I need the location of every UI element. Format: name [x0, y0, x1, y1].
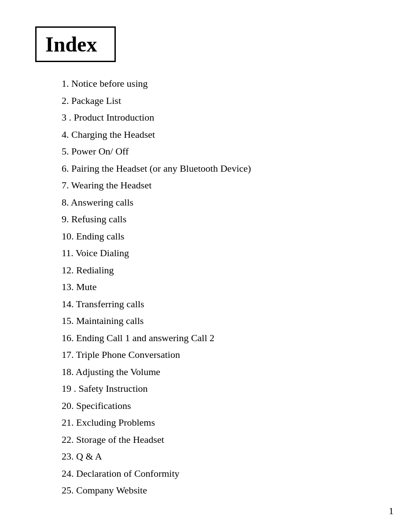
- page-number: 1: [389, 505, 394, 517]
- list-item: 5. Power On/ Off: [62, 143, 385, 160]
- list-item: 21. Excluding Problems: [62, 414, 385, 431]
- list-item: 24. Declaration of Conformity: [62, 465, 385, 482]
- list-item: 1. Notice before using: [62, 75, 385, 92]
- list-item: 10. Ending calls: [62, 228, 385, 245]
- index-list: 1. Notice before using2. Package List3 .…: [62, 75, 385, 499]
- list-item: 14. Transferring calls: [62, 296, 385, 313]
- title-box: Index: [35, 26, 116, 62]
- list-item: 7. Wearing the Headset: [62, 177, 385, 194]
- list-item: 17. Triple Phone Conversation: [62, 346, 385, 364]
- list-item: 19 . Safety Instruction: [62, 380, 385, 398]
- list-item: 4. Charging the Headset: [62, 126, 385, 144]
- list-item: 20. Specifications: [62, 398, 385, 415]
- list-item: 9. Refusing calls: [62, 211, 385, 228]
- list-item: 23. Q & A: [62, 448, 385, 465]
- list-item: 25. Company Website: [62, 482, 385, 499]
- list-item: 8. Answering calls: [62, 194, 385, 211]
- list-item: 3 . Product Introduction: [62, 109, 385, 126]
- list-item: 6. Pairing the Headset (or any Bluetooth…: [62, 160, 385, 177]
- list-item: 22. Storage of the Headset: [62, 431, 385, 449]
- list-item: 16. Ending Call 1 and answering Call 2: [62, 330, 385, 347]
- list-item: 18. Adjusting the Volume: [62, 364, 385, 381]
- page-title: Index: [45, 33, 97, 56]
- list-item: 11. Voice Dialing: [62, 245, 385, 262]
- list-item: 2. Package List: [62, 92, 385, 110]
- list-item: 15. Maintaining calls: [62, 313, 385, 330]
- list-item: 13. Mute: [62, 279, 385, 296]
- list-item: 12. Redialing: [62, 262, 385, 279]
- page-container: Index 1. Notice before using2. Package L…: [0, 0, 420, 530]
